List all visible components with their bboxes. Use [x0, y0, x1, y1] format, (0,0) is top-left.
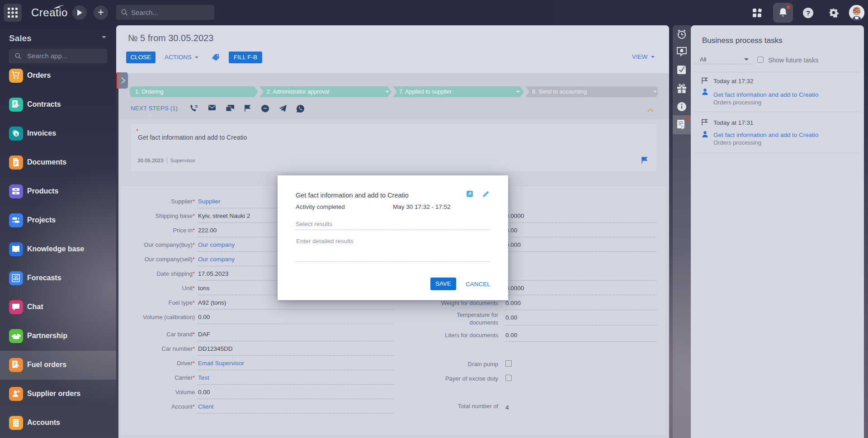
svg-text:$: $	[15, 132, 17, 137]
svg-text:?: ?	[806, 9, 810, 17]
